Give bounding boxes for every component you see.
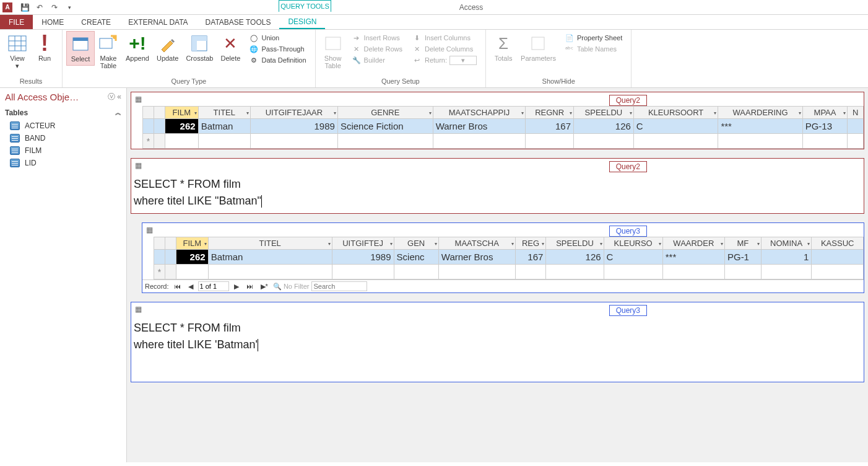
cell-kleur[interactable]: C — [604, 250, 662, 265]
tab-file[interactable]: FILE — [0, 15, 33, 29]
record-navigator[interactable]: Record: ⏮ ◀ ▶ ⏭ ▶* 🔍 No Filter — [142, 279, 864, 292]
col-uitgiftej[interactable]: UITGIFTEJ▾ — [332, 237, 394, 250]
data-row[interactable]: 262 Batman 1989 Scienc Warner Bros 167 1… — [154, 250, 864, 265]
save-button[interactable]: 💾 — [19, 1, 31, 14]
union-button[interactable]: ◯Union — [246, 32, 308, 43]
totals-button[interactable]: Σ Totals — [490, 31, 517, 64]
col-kassuc[interactable]: KASSUC — [812, 237, 864, 250]
cell-film[interactable]: 262 — [165, 119, 199, 134]
nav-group-tables[interactable]: Tables︽ — [0, 106, 126, 120]
tab-home[interactable]: HOME — [33, 15, 72, 29]
record-search-input[interactable] — [311, 281, 367, 291]
nav-item-band[interactable]: BAND — [0, 132, 126, 144]
header-row[interactable]: FILM▾ TITEL▾ UITGIFTEJ▾ GEN▾ MAATSCHA▾ R… — [154, 237, 864, 250]
col-n[interactable]: N — [848, 107, 864, 119]
cell-n[interactable] — [848, 119, 864, 134]
cell-mpaa[interactable]: PG-13 — [802, 119, 848, 134]
col-nomina[interactable]: NOMINA▾ — [761, 237, 812, 250]
make-table-button[interactable]: Make Table — [95, 31, 122, 72]
new-row[interactable]: * — [143, 134, 864, 149]
pass-through-button[interactable]: 🌐Pass-Through — [246, 43, 308, 55]
cell-jaar[interactable]: 1989 — [250, 119, 337, 134]
select-query-button[interactable]: Select — [66, 31, 95, 66]
view-button[interactable]: View▾ — [4, 31, 31, 72]
redo-button[interactable]: ↷ — [48, 1, 61, 14]
undo-button[interactable]: ↶ — [33, 1, 46, 14]
cell-maat[interactable]: Warner Bros — [433, 119, 526, 134]
append-button[interactable]: +! Append — [122, 31, 153, 64]
col-kleurso[interactable]: KLEURSO▾ — [604, 237, 662, 250]
run-button[interactable]: ! Run — [31, 31, 58, 64]
cell-genre[interactable]: Scienc — [394, 250, 438, 265]
cell-kassuc[interactable] — [812, 250, 864, 265]
tab-design[interactable]: DESIGN — [279, 15, 325, 29]
col-titel[interactable]: TITEL▾ — [198, 107, 250, 119]
col-gen[interactable]: GEN▾ — [394, 237, 438, 250]
cell-titel[interactable]: Batman — [208, 250, 332, 265]
cell-jaar[interactable]: 1989 — [332, 250, 394, 265]
cell-film[interactable]: 262 — [176, 250, 209, 265]
tab-external-data[interactable]: EXTERNAL DATA — [119, 15, 196, 29]
navigation-pane[interactable]: All Access Obje… ⓥ « Tables︽ ACTEUR BAND… — [0, 88, 127, 462]
nav-item-film[interactable]: FILM — [0, 144, 126, 157]
sql-editor-query3[interactable]: SELECT * FROM film where titel LIKE 'Bat… — [131, 316, 864, 357]
cell-titel[interactable]: Batman — [198, 119, 250, 134]
col-film[interactable]: FILM▾ — [165, 107, 199, 119]
col-mpaa[interactable]: MPAA▾ — [802, 107, 848, 119]
cell-reg[interactable]: 167 — [526, 119, 574, 134]
cell-waard[interactable]: *** — [662, 250, 724, 265]
collapse-group-icon[interactable]: ︽ — [115, 108, 121, 117]
col-maatscha[interactable]: MAATSCHA▾ — [438, 237, 515, 250]
tab-create[interactable]: CREATE — [72, 15, 119, 29]
col-maatschappij[interactable]: MAATSCHAPPIJ▾ — [433, 107, 526, 119]
qat-customize-icon[interactable]: ▾ — [63, 1, 76, 14]
nav-item-lid[interactable]: LID — [0, 157, 126, 169]
nav-item-acteur[interactable]: ACTEUR — [0, 120, 126, 132]
col-uitgiftejaar[interactable]: UITGIFTEJAAR▾ — [250, 107, 337, 119]
cell-kleur[interactable]: C — [633, 119, 718, 134]
cell-maat[interactable]: Warner Bros — [438, 250, 515, 265]
col-reg[interactable]: REG▾ — [515, 237, 546, 250]
nav-header[interactable]: All Access Obje… ⓥ « — [0, 88, 126, 106]
property-sheet-button[interactable]: 📄Property Sheet — [562, 32, 625, 43]
prev-record-button[interactable]: ◀ — [186, 283, 196, 291]
tab-database-tools[interactable]: DATABASE TOOLS — [197, 15, 280, 29]
delete-query-button[interactable]: ✕ Delete — [217, 31, 244, 64]
cell-mpaa[interactable]: PG-1 — [724, 250, 761, 265]
col-film[interactable]: FILM▾ — [176, 237, 209, 250]
make-table-icon — [98, 33, 118, 53]
cell-genre[interactable]: Science Fiction — [337, 119, 433, 134]
new-row[interactable]: * — [154, 265, 864, 279]
col-genre[interactable]: GENRE▾ — [337, 107, 433, 119]
crosstab-button[interactable]: Crosstab — [182, 31, 217, 64]
col-waardering[interactable]: WAARDERING▾ — [718, 107, 802, 119]
show-table-button[interactable]: Show Table — [319, 31, 347, 72]
last-record-button[interactable]: ⏭ — [244, 283, 256, 290]
record-position-input[interactable] — [198, 281, 229, 291]
datasheet-query2[interactable]: FILM▾ TITEL▾ UITGIFTEJAAR▾ GENRE▾ MAATSC… — [142, 106, 864, 149]
sql-editor-query2[interactable]: SELECT * FROM film where titel LIKE "Bat… — [131, 172, 864, 213]
col-kleursoort[interactable]: KLEURSOORT▾ — [633, 107, 718, 119]
datasheet-query3[interactable]: FILM▾ TITEL▾ UITGIFTEJ▾ GEN▾ MAATSCHA▾ R… — [154, 237, 864, 279]
col-waarder[interactable]: WAARDER▾ — [662, 237, 724, 250]
col-speeldu[interactable]: SPEELDU▾ — [574, 107, 634, 119]
col-speeldu[interactable]: SPEELDU▾ — [546, 237, 604, 250]
cell-speel[interactable]: 126 — [546, 250, 604, 265]
new-record-button[interactable]: ▶* — [258, 283, 271, 291]
data-row[interactable]: 262 Batman 1989 Science Fiction Warner B… — [143, 119, 864, 134]
col-regnr[interactable]: REGNR▾ — [526, 107, 574, 119]
table-icon — [10, 146, 20, 155]
next-record-button[interactable]: ▶ — [232, 283, 241, 291]
col-titel[interactable]: TITEL▾ — [208, 237, 332, 250]
update-button[interactable]: Update — [153, 31, 182, 64]
header-row[interactable]: FILM▾ TITEL▾ UITGIFTEJAAR▾ GENRE▾ MAATSC… — [143, 107, 864, 119]
nav-collapse-icon[interactable]: ⓥ « — [108, 92, 121, 102]
cell-reg[interactable]: 167 — [515, 250, 546, 265]
data-definition-button[interactable]: ⚙Data Definition — [246, 55, 308, 66]
col-mf[interactable]: MF▾ — [724, 237, 761, 250]
cell-speel[interactable]: 126 — [574, 119, 634, 134]
cell-nom[interactable]: 1 — [761, 250, 812, 265]
first-record-button[interactable]: ⏮ — [171, 283, 183, 290]
parameters-button[interactable]: Parameters — [517, 31, 560, 64]
cell-waard[interactable]: *** — [718, 119, 802, 134]
